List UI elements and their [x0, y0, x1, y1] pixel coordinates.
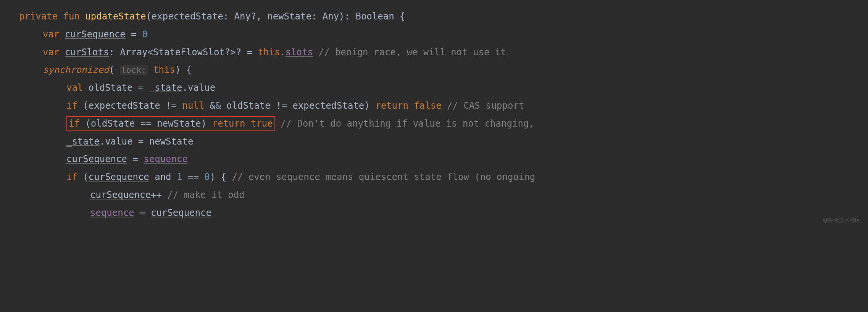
equals: =	[126, 29, 142, 40]
infix-and: and	[155, 172, 171, 182]
space	[149, 172, 155, 182]
code-line-4: synchronized( lock: this) {	[19, 61, 868, 79]
text: oldState =	[83, 82, 149, 93]
keyword-true: true	[245, 118, 273, 129]
param-hint-lock: lock:	[120, 65, 147, 75]
close-brace: ) {	[210, 172, 232, 182]
dot: .	[280, 47, 285, 58]
function-name: updateState	[85, 11, 146, 22]
keyword-var: var	[43, 47, 59, 58]
close-brace: ) {	[175, 64, 192, 75]
keyword-this: this	[148, 64, 175, 75]
keyword-return: return	[375, 100, 408, 111]
text: .value	[182, 82, 215, 93]
keyword-this: this	[258, 47, 280, 58]
code-line-3: var curSlots: Array<StateFlowSlot?>? = t…	[19, 43, 868, 61]
condition: (expectedState !=	[77, 100, 182, 111]
field-state: _state	[66, 136, 100, 147]
number-literal: 0	[204, 172, 210, 182]
code-line-8: _state.value = newState	[19, 133, 868, 151]
comment: // even sequence means quiescent state f…	[232, 172, 536, 182]
keyword-if: if	[66, 100, 77, 111]
condition: && oldState != expectedState)	[204, 100, 375, 111]
keyword-false: false	[408, 100, 442, 111]
eq-op: ==	[182, 172, 204, 182]
keyword-val: val	[66, 82, 83, 93]
var-cursequence: curSequence	[90, 190, 151, 200]
var-curslots: curSlots	[65, 47, 109, 58]
code-line-6: if (expectedState != null && oldState !=…	[19, 97, 868, 115]
code-line-12: sequence = curSequence	[19, 204, 868, 222]
condition: (oldState == newState)	[80, 118, 212, 129]
number-literal: 1	[177, 172, 182, 182]
signature: (expectedState: Any?, newState: Any): Bo…	[146, 11, 405, 22]
text: .value = newState	[100, 136, 194, 147]
code-line-1: private fun updateState(expectedState: A…	[19, 8, 868, 26]
increment: ++	[151, 190, 167, 200]
keyword-if: if	[66, 172, 77, 182]
keyword-synchronized: synchronized	[43, 64, 109, 75]
field-sequence: sequence	[90, 207, 134, 218]
code-line-10: if (curSequence and 1 == 0) { // even se…	[19, 168, 868, 186]
comment: // benign race, we will not use it	[313, 47, 506, 58]
var-cursequence: curSequence	[151, 207, 211, 218]
number-literal: 0	[142, 29, 147, 40]
var-cursequence: curSequence	[65, 29, 126, 40]
field-sequence: sequence	[144, 154, 188, 164]
open-paren: (	[77, 172, 89, 182]
comment: // CAS support	[442, 100, 524, 111]
keyword-private: private	[19, 11, 58, 22]
code-line-11: curSequence++ // make it odd	[19, 186, 868, 204]
comment: // Don't do anything if value is not cha…	[275, 118, 534, 129]
code-line-2: var curSequence = 0	[19, 26, 868, 43]
keyword-if: if	[69, 118, 80, 129]
highlight-box: if (oldState == newState) return true	[66, 116, 275, 131]
field-state: _state	[149, 82, 182, 93]
watermark: @掘金技术社区	[823, 215, 860, 225]
space	[171, 172, 177, 182]
open-paren: (	[109, 64, 120, 75]
keyword-var: var	[43, 29, 59, 40]
code-line-9: curSequence = sequence	[19, 150, 868, 168]
var-cursequence: curSequence	[66, 154, 127, 164]
keyword-return: return	[212, 118, 245, 129]
keyword-fun: fun	[63, 11, 80, 22]
code-line-7-highlighted: if (oldState == newState) return true //…	[19, 115, 868, 133]
keyword-null: null	[182, 100, 204, 111]
type-annotation: : Array<StateFlowSlot?>? =	[109, 47, 258, 58]
field-slots: slots	[286, 47, 313, 58]
var-cursequence: curSequence	[89, 172, 149, 182]
equals: =	[134, 207, 151, 218]
equals: =	[127, 154, 144, 164]
comment: // make it odd	[167, 190, 244, 200]
code-line-5: val oldState = _state.value	[19, 79, 868, 97]
